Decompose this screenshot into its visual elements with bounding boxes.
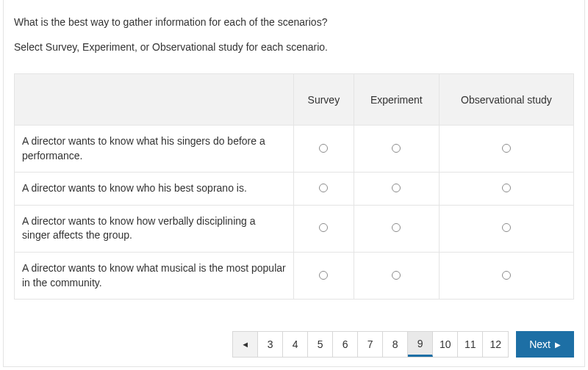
header-experiment: Experiment [354,74,439,126]
option-cell[interactable] [294,126,354,173]
pager-prev[interactable]: ◄ [233,332,258,357]
scenario-label: A director wants to know what musical is… [15,252,294,299]
prompt-block: What is the best way to gather informati… [14,16,574,53]
option-cell[interactable] [354,126,439,173]
pager-page[interactable]: 5 [308,332,333,357]
scenario-label: A director wants to know who his best so… [15,173,294,206]
radio-icon [319,271,328,280]
pager: ◄ 3 4 5 6 7 8 9 10 11 12 [232,331,509,358]
table-header-row: Survey Experiment Observational study [15,74,574,126]
pager-page[interactable]: 7 [358,332,383,357]
question-text: What is the best way to gather informati… [14,16,574,28]
pager-page[interactable]: 12 [483,332,508,357]
option-cell[interactable] [439,252,573,299]
pager-page[interactable]: 8 [383,332,408,357]
radio-icon [392,184,401,192]
radio-icon [319,144,328,153]
next-label: Next [529,338,551,350]
radio-icon [392,144,401,153]
radio-icon [392,223,401,232]
pager-page[interactable]: 11 [458,332,483,357]
header-observational: Observational study [439,74,573,126]
chevron-left-icon: ◄ [241,340,249,349]
footer-nav: ◄ 3 4 5 6 7 8 9 10 11 12 Next ▶ [232,331,574,358]
option-cell[interactable] [354,173,439,206]
option-cell[interactable] [294,252,354,299]
scenario-label: A director wants to know how verbally di… [15,205,294,252]
pager-page[interactable]: 6 [333,332,358,357]
option-cell[interactable] [439,173,573,206]
table-row: A director wants to know who his best so… [15,173,574,206]
pager-page[interactable]: 4 [283,332,308,357]
option-cell[interactable] [354,252,439,299]
radio-icon [502,271,511,280]
option-cell[interactable] [294,205,354,252]
radio-icon [502,144,511,153]
radio-icon [502,223,511,232]
table-row: A director wants to know how verbally di… [15,205,574,252]
scenario-table: Survey Experiment Observational study A … [14,73,574,300]
question-panel: What is the best way to gather informati… [3,0,585,367]
table-row: A director wants to know what his singer… [15,126,574,173]
radio-icon [319,184,328,192]
table-row: A director wants to know what musical is… [15,252,574,299]
radio-icon [392,271,401,280]
scenario-label: A director wants to know what his singer… [15,126,294,173]
radio-icon [319,223,328,232]
next-button[interactable]: Next ▶ [516,331,574,358]
pager-page[interactable]: 3 [258,332,283,357]
header-survey: Survey [294,74,354,126]
instruction-text: Select Survey, Experiment, or Observatio… [14,41,574,53]
option-cell[interactable] [354,205,439,252]
pager-page[interactable]: 10 [433,332,458,357]
header-blank [15,74,294,126]
option-cell[interactable] [439,205,573,252]
option-cell[interactable] [294,173,354,206]
chevron-right-icon: ▶ [555,341,561,349]
pager-page-active[interactable]: 9 [408,332,433,357]
radio-icon [502,184,511,192]
option-cell[interactable] [439,126,573,173]
